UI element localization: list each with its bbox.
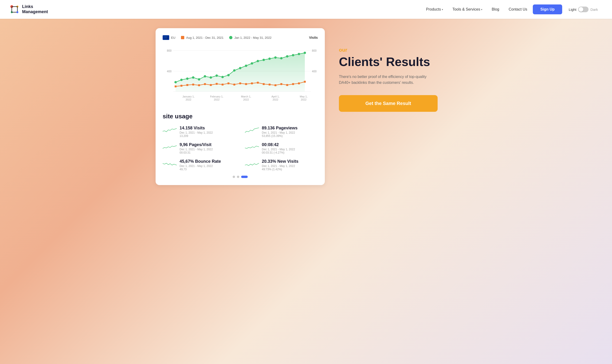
svg-text:800: 800: [312, 49, 317, 52]
svg-point-30: [204, 75, 206, 78]
svg-point-35: [233, 69, 235, 72]
bounce-prev: 49,73: [179, 168, 221, 171]
sparkline-bounce: [163, 160, 177, 167]
metric-visits: 14.158 Visits Dec 1, 2021 - May 1, 2022 …: [163, 126, 235, 138]
dot-1[interactable]: [233, 176, 235, 178]
nav-links: Products ▾ Tools & Services ▾ Blog Conta…: [422, 4, 598, 14]
line-chart: 800 400 800 400 January 1, 2022 February…: [163, 45, 318, 106]
legend-visits: Visits: [309, 36, 318, 39]
visits-date: Dec 1, 2021 - May 1, 2022: [179, 131, 213, 134]
svg-rect-68: [292, 83, 294, 85]
cta-button[interactable]: Get the Same Result: [339, 95, 438, 112]
logo-text: Links Management: [22, 4, 48, 14]
svg-point-40: [262, 59, 265, 61]
navbar: Links Management Products ▾ Tools & Serv…: [0, 0, 612, 19]
metric-bounce: 45,67% Bounce Rate Dec 1, 2021 - May 1, …: [163, 159, 235, 171]
chart-card: 🇪🇺 EU Aug 1, 2021 - Dec 31, 2021 Jan 1, …: [156, 28, 325, 185]
main-content: 🇪🇺 EU Aug 1, 2021 - Dec 31, 2021 Jan 1, …: [141, 19, 471, 195]
svg-text:2022: 2022: [301, 98, 306, 101]
chart-container: 800 400 800 400 January 1, 2022 February…: [163, 45, 318, 106]
svg-point-28: [192, 76, 194, 79]
svg-text:2022: 2022: [273, 98, 278, 101]
legend-period1: Aug 1, 2021 - Dec 31, 2021: [181, 36, 223, 39]
metric-duration: 00:08:42 Dec 1, 2021 - May 1, 2022 00:03…: [245, 142, 318, 154]
bounce-value: 45,67% Bounce Rate: [179, 159, 221, 164]
site-usage-title: site usage: [163, 113, 318, 120]
svg-rect-56: [222, 84, 223, 86]
svg-text:February 1,: February 1,: [210, 95, 223, 98]
svg-point-29: [198, 78, 200, 80]
eu-flag-icon: 🇪🇺: [163, 35, 169, 40]
sparkline-pageviews: [245, 127, 259, 134]
nav-contact[interactable]: Contact Us: [505, 5, 531, 13]
svg-point-47: [304, 52, 306, 54]
svg-text:2022: 2022: [243, 98, 249, 101]
svg-rect-52: [198, 84, 200, 86]
theme-light-label: Light: [569, 8, 576, 12]
nav-blog[interactable]: Blog: [488, 5, 503, 13]
new-visits-value: 20.33% New Visits: [262, 159, 299, 164]
dot-2[interactable]: [237, 176, 239, 178]
pageviews-value: 89.136 Pageviews: [262, 126, 298, 130]
theme-dark-label: Dark: [590, 8, 598, 12]
svg-text:March 1,: March 1,: [241, 95, 251, 98]
sparkline-visits: [163, 127, 177, 134]
svg-point-31: [210, 76, 212, 79]
svg-rect-54: [210, 84, 212, 86]
nav-products[interactable]: Products ▾: [422, 5, 447, 13]
metric-pageviews: 89.136 Pageviews Dec 1, 2021 - May 1, 20…: [245, 126, 318, 138]
dot-3-active[interactable]: [241, 176, 248, 178]
metric-pages-visit: 9,96 Pages/Visit Dec 1, 2021 - May 1, 20…: [163, 142, 235, 154]
visits-value: 14.158 Visits: [179, 126, 213, 130]
svg-text:2022: 2022: [186, 98, 191, 101]
svg-text:January 1,: January 1,: [182, 95, 194, 98]
svg-rect-48: [175, 86, 177, 87]
sparkline-pages-visit: [163, 143, 177, 150]
svg-rect-57: [228, 82, 229, 84]
svg-rect-51: [192, 84, 194, 86]
pages-visit-value: 9,96 Pages/Visit: [179, 142, 213, 147]
logo-icon: [9, 4, 20, 14]
visits-prev: 13,209: [179, 134, 213, 138]
svg-rect-67: [286, 84, 288, 86]
svg-point-43: [280, 57, 283, 59]
pageviews-date: Dec 1, 2021 - May 1, 2022: [262, 131, 298, 134]
metric-new-visits: 20.33% New Visits Dec 1, 2021 - May 1, 2…: [245, 159, 318, 171]
svg-point-42: [274, 56, 277, 59]
svg-rect-55: [216, 83, 218, 85]
svg-rect-50: [186, 84, 188, 86]
pagination-dots: [163, 176, 318, 178]
svg-text:400: 400: [312, 70, 317, 73]
new-visits-date: Dec 1, 2021 - May 1, 2022: [262, 164, 299, 168]
pages-visit-prev: 00:03:31: [179, 151, 213, 154]
logo[interactable]: Links Management: [9, 4, 48, 14]
svg-point-25: [174, 81, 177, 83]
svg-text:800: 800: [167, 49, 172, 52]
svg-rect-64: [269, 84, 271, 86]
green-dot-icon: [229, 36, 232, 39]
theme-toggle[interactable]: Light Dark: [569, 7, 598, 12]
bounce-date: Dec 1, 2021 - May 1, 2022: [179, 164, 221, 168]
svg-point-46: [298, 53, 300, 55]
svg-point-39: [257, 60, 259, 62]
svg-rect-59: [239, 82, 241, 84]
nav-tools-services[interactable]: Tools & Services ▾: [449, 5, 486, 13]
svg-point-38: [251, 62, 253, 65]
chart-legend: 🇪🇺 EU Aug 1, 2021 - Dec 31, 2021 Jan 1, …: [163, 35, 318, 40]
toggle-track[interactable]: [578, 7, 588, 12]
products-chevron-icon: ▾: [442, 8, 443, 11]
svg-point-32: [216, 75, 218, 77]
legend-period2: Jan 1, 2022 - May 31, 2022: [229, 36, 272, 39]
clients-our-label: our: [339, 47, 456, 53]
pages-visit-date: Dec 1, 2021 - May 1, 2022: [179, 148, 213, 151]
svg-point-7: [16, 11, 18, 13]
duration-date: Dec 1, 2021 - May 1, 2022: [262, 148, 295, 151]
svg-point-26: [180, 79, 183, 81]
new-visits-prev: 49:73% (1.42%): [262, 168, 299, 171]
clients-description: There's no better proof of the efficienc…: [339, 74, 428, 86]
duration-prev: 00:03:31 (-4.27%): [262, 151, 295, 154]
signup-button[interactable]: Sign Up: [533, 4, 562, 14]
orange-dot-icon: [181, 36, 184, 39]
svg-rect-70: [304, 81, 306, 83]
svg-text:April 1,: April 1,: [272, 95, 279, 98]
